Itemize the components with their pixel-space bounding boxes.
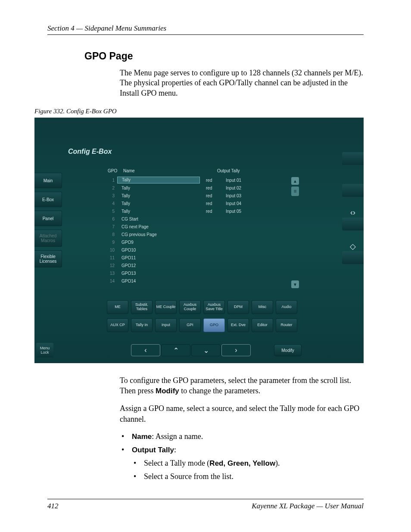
- table-row[interactable]: 5TallyredInput 05: [104, 207, 290, 215]
- table-row[interactable]: 11GPO11: [104, 254, 290, 261]
- cell-source: Input 05: [226, 209, 277, 214]
- table-row[interactable]: 7CG next Page: [104, 223, 290, 230]
- soft-button[interactable]: GPO: [203, 318, 225, 332]
- table-row[interactable]: 13GPO13: [104, 269, 290, 277]
- nav-left-button[interactable]: ‹: [131, 344, 160, 356]
- bottom-bar: Menu Lock ‹ ⌃ ⌄ › Modify: [34, 342, 364, 359]
- table-row[interactable]: 10GPO10: [104, 246, 290, 254]
- soft-button[interactable]: Router: [276, 318, 297, 332]
- cell-source: Input 03: [226, 193, 277, 198]
- soft-button[interactable]: Auxbus Save Title: [203, 300, 225, 314]
- soft-button[interactable]: AUX CP: [107, 318, 128, 332]
- soft-button[interactable]: Editor: [252, 318, 273, 332]
- soft-button[interactable]: Ext. Dve: [227, 318, 249, 332]
- table-row[interactable]: 12GPO12: [104, 261, 290, 269]
- table-row[interactable]: 6CG Start: [104, 215, 290, 223]
- bullet-item: • Output Tally:: [120, 445, 364, 455]
- soft-button[interactable]: Auxbus Couple: [179, 300, 201, 314]
- table-row[interactable]: 1TallyredInput 01: [104, 176, 290, 184]
- left-tab[interactable]: Main: [34, 173, 62, 188]
- soft-button[interactable]: Misc: [252, 300, 273, 314]
- cell-name: Tally: [117, 209, 202, 214]
- cell-tally: red: [202, 193, 226, 198]
- cell-name: Tally: [117, 201, 202, 206]
- table-row[interactable]: 2TallyredInput 02: [104, 184, 290, 192]
- nav-up-button[interactable]: ⌃: [161, 344, 190, 356]
- cell-tally: red: [202, 178, 226, 183]
- cell-gpo: 14: [104, 279, 117, 283]
- sub-bullet-item: • Select a Tally mode (Red, Green, Yello…: [132, 458, 364, 469]
- table-row[interactable]: 3TallyredInput 03: [104, 192, 290, 199]
- panel-title: Config E-Box: [68, 148, 112, 156]
- section-header: Section 4 — Sidepanel Menu Summaries: [47, 24, 364, 35]
- scrollbar[interactable]: ▲ ≡ ▼: [291, 177, 299, 288]
- cell-gpo: 7: [104, 224, 117, 229]
- horizontal-arrows-icon: ‹›: [342, 208, 364, 217]
- cell-tally: red: [202, 186, 226, 190]
- table-row[interactable]: 4TallyredInput 04: [104, 199, 290, 207]
- soft-button[interactable]: ME Couple: [155, 300, 177, 314]
- cell-name: GPO13: [117, 271, 202, 276]
- soft-button[interactable]: ME: [107, 300, 128, 314]
- page-title: GPO Page: [84, 50, 364, 62]
- left-tab[interactable]: Flexible Licenses: [34, 250, 62, 268]
- soft-button-grid: MESubstit. TablesME CoupleAuxbus CoupleA…: [107, 300, 297, 332]
- right-edge-buttons: ‹› ◇: [342, 152, 364, 283]
- soft-button[interactable]: GPI: [179, 318, 201, 332]
- paragraph: To configure the GPO parameters, select …: [120, 375, 364, 396]
- cell-gpo: 11: [104, 255, 117, 260]
- sub-bullet-item: • Select a Source from the list.: [132, 471, 364, 482]
- scroll-down-icon[interactable]: ▼: [291, 280, 299, 288]
- cell-name: Tally: [117, 193, 202, 198]
- soft-button[interactable]: DPM: [227, 300, 249, 314]
- cell-name: GPO9: [117, 240, 202, 245]
- cell-gpo: 5: [104, 209, 117, 214]
- edge-button[interactable]: [342, 218, 364, 230]
- soft-button[interactable]: Input: [155, 318, 177, 332]
- cell-gpo: 2: [104, 186, 117, 190]
- cell-gpo: 4: [104, 201, 117, 206]
- menu-lock-button[interactable]: Menu Lock: [36, 343, 53, 358]
- edge-button[interactable]: [342, 152, 364, 165]
- cell-source: Input 02: [226, 186, 277, 190]
- chevron-down-icon: ⌄: [203, 346, 209, 355]
- column-header-name: Name: [123, 168, 135, 173]
- modify-label: Modify: [156, 387, 179, 395]
- table-row[interactable]: 14GPO14: [104, 277, 290, 285]
- nav-down-button[interactable]: ⌄: [191, 344, 221, 356]
- scroll-up-icon[interactable]: ▲: [291, 177, 299, 185]
- table-row[interactable]: 9GPO9: [104, 238, 290, 246]
- left-tab[interactable]: Panel: [34, 211, 62, 226]
- cell-gpo: 1: [104, 178, 117, 183]
- edge-button[interactable]: [342, 251, 364, 264]
- soft-button[interactable]: Substit. Tables: [131, 300, 153, 314]
- left-tab[interactable]: E-Box: [34, 192, 62, 207]
- soft-button[interactable]: Tally In: [131, 318, 153, 332]
- cell-gpo: 8: [104, 232, 117, 237]
- cell-gpo: 9: [104, 240, 117, 245]
- bullet-item: • Name: Assign a name.: [120, 431, 364, 442]
- cell-name: Tally: [117, 177, 200, 184]
- page-number: 412: [47, 502, 59, 510]
- vertical-arrows-icon: ◇: [342, 242, 364, 250]
- nav-right-button[interactable]: ›: [221, 344, 251, 356]
- cell-name: GPO14: [117, 279, 202, 283]
- scroll-thumb[interactable]: ≡: [291, 187, 299, 196]
- cell-name: CG next Page: [117, 224, 202, 229]
- cell-gpo: 10: [104, 248, 117, 252]
- soft-button[interactable]: Audio: [276, 300, 297, 314]
- chevron-up-icon: ⌃: [173, 346, 179, 355]
- edge-button[interactable]: [342, 184, 364, 197]
- doc-title: Kayenne XL Package — User Manual: [252, 502, 364, 510]
- chevron-right-icon: ›: [235, 346, 237, 354]
- cell-gpo: 6: [104, 217, 117, 221]
- left-tab-strip: MainE-BoxPanelAttached MacrosFlexible Li…: [34, 173, 62, 271]
- paragraph: Assign a GPO name, select a source, and …: [120, 403, 364, 424]
- modify-button[interactable]: Modify: [274, 344, 302, 356]
- cell-gpo: 12: [104, 263, 117, 268]
- column-header-gpo: GPO: [108, 168, 117, 173]
- cell-name: GPO12: [117, 263, 202, 268]
- table-row[interactable]: 8CG previous Page: [104, 230, 290, 238]
- cell-name: GPO10: [117, 248, 202, 252]
- cell-source: Input 01: [226, 178, 277, 183]
